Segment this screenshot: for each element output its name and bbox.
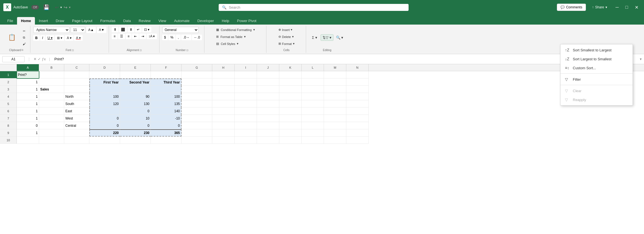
tab-home[interactable]: Home: [17, 17, 35, 25]
conditional-formatting-button[interactable]: ▦ Conditional Formatting ▾: [214, 27, 257, 33]
cell-A1[interactable]: Print?: [17, 71, 39, 78]
cell-A3[interactable]: 1: [17, 86, 39, 93]
cell-A9[interactable]: 1: [17, 129, 39, 137]
cell-I7[interactable]: [235, 115, 257, 122]
cell-F2[interactable]: Third Year: [151, 78, 182, 86]
cell-C4[interactable]: North: [64, 93, 89, 100]
tab-draw[interactable]: Draw: [52, 17, 68, 25]
save-button[interactable]: 💾: [41, 3, 52, 11]
cell-L9[interactable]: [302, 129, 324, 137]
copy-button[interactable]: ⧉: [20, 35, 28, 40]
confirm-formula-icon[interactable]: ✓: [38, 57, 41, 61]
cell-G6[interactable]: [182, 108, 212, 115]
cell-D4[interactable]: 100: [89, 93, 120, 100]
cell-J5[interactable]: [257, 100, 279, 108]
cell-N8[interactable]: [346, 122, 369, 129]
cell-F10[interactable]: [151, 137, 182, 144]
cell-K3[interactable]: [279, 86, 302, 93]
cell-L3[interactable]: [302, 86, 324, 93]
cell-L2[interactable]: [302, 78, 324, 86]
tab-automate[interactable]: Automate: [170, 17, 194, 25]
cell-B10[interactable]: [39, 137, 64, 144]
cell-C8[interactable]: Central: [64, 122, 89, 129]
tab-help[interactable]: Help: [218, 17, 233, 25]
fill-color-button[interactable]: A ▾: [65, 35, 73, 41]
cell-J2[interactable]: [257, 78, 279, 86]
cell-E4[interactable]: 90: [120, 93, 151, 100]
cell-H8[interactable]: [212, 122, 235, 129]
cell-E7[interactable]: 10: [120, 115, 151, 122]
cell-J3[interactable]: [257, 86, 279, 93]
cell-H7[interactable]: [212, 115, 235, 122]
custom-sort-item[interactable]: ≡↕ Custom Sort...: [560, 63, 633, 72]
insert-button[interactable]: ⊕ Insert ▾: [277, 27, 294, 33]
tab-insert[interactable]: Insert: [35, 17, 52, 25]
cell-N6[interactable]: [346, 108, 369, 115]
cell-M5[interactable]: [324, 100, 346, 108]
cell-A10[interactable]: [17, 137, 39, 144]
decrease-font-button[interactable]: A▼: [97, 27, 106, 33]
cell-M6[interactable]: [324, 108, 346, 115]
cell-B2[interactable]: [39, 78, 64, 86]
cell-B4[interactable]: [39, 93, 64, 100]
cell-C6[interactable]: East: [64, 108, 89, 115]
comma-button[interactable]: ,: [176, 35, 181, 40]
clipboard-expander[interactable]: ⧉: [22, 49, 23, 52]
row-num-7[interactable]: 7: [0, 115, 17, 122]
indent-increase-button[interactable]: ⇥: [139, 34, 146, 39]
cell-K4[interactable]: [279, 93, 302, 100]
tab-power-pivot[interactable]: Power Pivot: [233, 17, 260, 25]
cell-C7[interactable]: West: [64, 115, 89, 122]
cell-H1[interactable]: [212, 71, 235, 78]
cell-I8[interactable]: [235, 122, 257, 129]
cell-H3[interactable]: [212, 86, 235, 93]
cell-J10[interactable]: [257, 137, 279, 144]
cell-J9[interactable]: [257, 129, 279, 137]
cell-L5[interactable]: [302, 100, 324, 108]
text-direction-button[interactable]: ↕A ▾: [147, 34, 157, 39]
cell-K1[interactable]: [279, 71, 302, 78]
align-left-button[interactable]: ≡: [112, 34, 118, 39]
cell-C3[interactable]: [64, 86, 89, 93]
cell-L7[interactable]: [302, 115, 324, 122]
delete-button[interactable]: ⊖ Delete ▾: [277, 34, 295, 40]
cell-F6[interactable]: 140: [151, 108, 182, 115]
cell-B3[interactable]: Sales: [39, 86, 64, 93]
cell-G7[interactable]: [182, 115, 212, 122]
font-size-select[interactable]: 11: [71, 27, 85, 33]
underline-button[interactable]: U ▾: [46, 35, 54, 41]
cell-A2[interactable]: 1: [17, 78, 39, 86]
cell-C1[interactable]: [64, 71, 89, 78]
cell-I9[interactable]: [235, 129, 257, 137]
cell-E2[interactable]: Second Year: [120, 78, 151, 86]
row-num-4[interactable]: 4: [0, 93, 17, 100]
cell-G5[interactable]: [182, 100, 212, 108]
cell-E6[interactable]: 0: [120, 108, 151, 115]
cell-N2[interactable]: [346, 78, 369, 86]
cell-I10[interactable]: [235, 137, 257, 144]
cell-G9[interactable]: [182, 129, 212, 137]
comments-button[interactable]: 💬 Comments: [557, 4, 586, 11]
cell-A5[interactable]: 1: [17, 100, 39, 108]
cell-K5[interactable]: [279, 100, 302, 108]
cell-D1[interactable]: [89, 71, 120, 78]
align-bottom-button[interactable]: ⬇: [128, 27, 134, 32]
cell-I6[interactable]: [235, 108, 257, 115]
cell-F7[interactable]: -10: [151, 115, 182, 122]
cell-L10[interactable]: [302, 137, 324, 144]
minimize-button[interactable]: ─: [613, 4, 621, 11]
cell-H4[interactable]: [212, 93, 235, 100]
cell-I5[interactable]: [235, 100, 257, 108]
cell-H5[interactable]: [212, 100, 235, 108]
format-button[interactable]: ⊞ Format ▾: [277, 41, 296, 47]
row-num-3[interactable]: 3: [0, 86, 17, 93]
cell-K9[interactable]: [279, 129, 302, 137]
cut-button[interactable]: ✂: [20, 28, 28, 34]
col-header-G[interactable]: G: [182, 64, 212, 71]
cell-J4[interactable]: [257, 93, 279, 100]
increase-decimal-button[interactable]: .0→: [181, 35, 191, 40]
cell-E10[interactable]: [120, 137, 151, 144]
format-painter-button[interactable]: 🖌: [20, 41, 28, 47]
cell-E3[interactable]: [120, 86, 151, 93]
cell-M4[interactable]: [324, 93, 346, 100]
